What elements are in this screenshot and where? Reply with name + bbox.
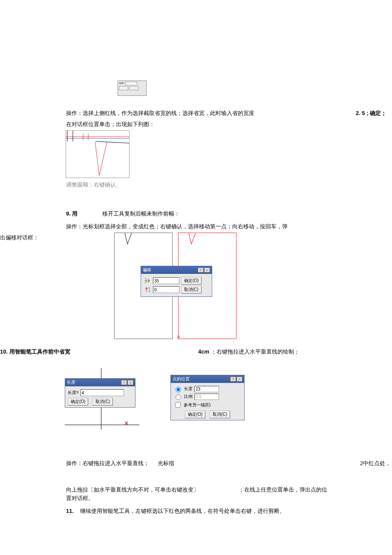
step11: 11. 继续使用智能笔工具，左键框选以下红色的两条线，在符号处单击右键，进行剪断… — [66, 506, 285, 517]
step11-num: 11. — [66, 508, 74, 514]
length-cancel-button[interactable]: 取消(C) — [92, 398, 113, 405]
step10-mid: 4cm ；右键拖拉进入水平垂直线的绘制； — [198, 347, 300, 357]
point-cancel-button[interactable]: 取消(C) — [210, 411, 230, 418]
p1-line2: 在对话框位置单击；出现如下列图： — [66, 119, 155, 130]
mini-ok-button[interactable] — [119, 86, 128, 90]
offset-dialog-titlebar: 偏移 ? × — [141, 266, 212, 274]
mini-dialog-figure: 省宽= — [118, 81, 147, 96]
p10-line2b: ；在线上任意位置单击，弹出点的位 — [239, 485, 327, 495]
close-icon[interactable]: × — [236, 377, 242, 382]
mini-cancel-button[interactable] — [129, 86, 138, 90]
step9-title: 移开工具复制后幅来制作前幅： — [102, 209, 180, 219]
offset-x-input[interactable] — [153, 277, 179, 284]
point-length-input[interactable] — [194, 386, 219, 392]
dart-width-label: 省宽= — [119, 82, 124, 85]
help-icon[interactable]: ? — [121, 380, 127, 385]
x-arrow-icon — [144, 278, 151, 284]
step11-text: 继续使用智能笔工具，左键框选以下红色的两条线，在符号处单击右键，进行剪断。 — [80, 508, 285, 514]
paragraph-1: 操作：选择上侧红线，作为选择截取省宽的线；选择省宽，此时输入省的宽度 — [66, 108, 386, 119]
help-icon[interactable]: ? — [198, 267, 204, 273]
cross-icon: × — [177, 334, 180, 340]
length-ok-button[interactable]: 确定(O) — [68, 398, 88, 405]
offset-dialog-title: 偏移 — [143, 267, 151, 273]
length-dialog-title: 长度 — [67, 380, 75, 385]
svg-line-6 — [96, 141, 129, 143]
ref-other-end-checkbox[interactable] — [175, 402, 181, 408]
point-position-dialog: 点的位置 ? × 长度 比例 参考另 — [170, 375, 245, 420]
point-dialog-title: 点的位置 — [173, 376, 190, 382]
length-dialog: 长度 ? × 长度= 确定(O) 取消(C) — [65, 378, 135, 408]
point-ratio-input[interactable] — [194, 394, 219, 400]
offset-ok-button[interactable]: 确定(O) — [181, 277, 202, 285]
step9-op2: 出偏移对话框： — [0, 233, 39, 243]
offset-y-input[interactable] — [153, 286, 179, 293]
ref-other-end-label: 参考另一端(E) — [184, 402, 210, 408]
step9-num: 9. 用 — [66, 209, 78, 219]
point-ok-button[interactable]: 确定(O) — [185, 411, 205, 418]
p10-line1c: 2中红点处， — [360, 458, 391, 469]
point-ratio-label: 比例 — [184, 394, 193, 400]
p10-line1b: 光标指 — [158, 458, 174, 469]
p10-line1a: 操作：右键拖拉进入水平垂直线； — [66, 458, 149, 469]
step9-op1: 操作：光标划框选择全部，变成红色；右键确认，选择移动第一点；向右移动，按回车，弹 — [66, 221, 386, 232]
p10-line3: 置对话框。 — [66, 493, 94, 504]
figure-length: × 长度 ? × 长度= 确定(O) 取消(C) — [65, 368, 139, 430]
red-cross-icon: × — [124, 420, 128, 427]
document-page: 省宽= 操作：选择上侧红线，作为选择截取省宽的线；选择省宽，此时输入省的宽度 2… — [0, 0, 392, 555]
length-label: 长度= — [68, 390, 79, 396]
length-input[interactable] — [81, 389, 124, 396]
figure-offset: × 偏移 ? × 确定(O) — [114, 233, 238, 341]
close-icon[interactable]: × — [204, 267, 210, 273]
length-radio[interactable] — [176, 387, 181, 392]
figure-v-line — [66, 130, 130, 178]
ratio-radio[interactable] — [176, 394, 181, 400]
offset-dialog: 偏移 ? × 确定(O) — [141, 266, 212, 297]
fig1-caption: 调整圆顺；右键确认。 — [66, 180, 121, 190]
p1-line1a: 操作：选择上侧红线，作为选择截取省宽的线；选择省宽，此时输入省的宽度 — [66, 110, 254, 116]
p1-line1b: 2. 5 ; 确定； — [356, 108, 386, 119]
close-icon[interactable]: × — [127, 380, 133, 385]
step10-left: 10. 用智能笔工具作前中省宽 — [0, 347, 70, 357]
dart-width-input[interactable] — [125, 82, 137, 85]
y-arrow-icon — [144, 287, 151, 293]
help-icon[interactable]: ? — [230, 377, 236, 382]
point-length-label: 长度 — [184, 386, 193, 392]
dart-width-dialog: 省宽= — [118, 81, 147, 96]
offset-cancel-button[interactable]: 取消(C) — [181, 286, 202, 293]
